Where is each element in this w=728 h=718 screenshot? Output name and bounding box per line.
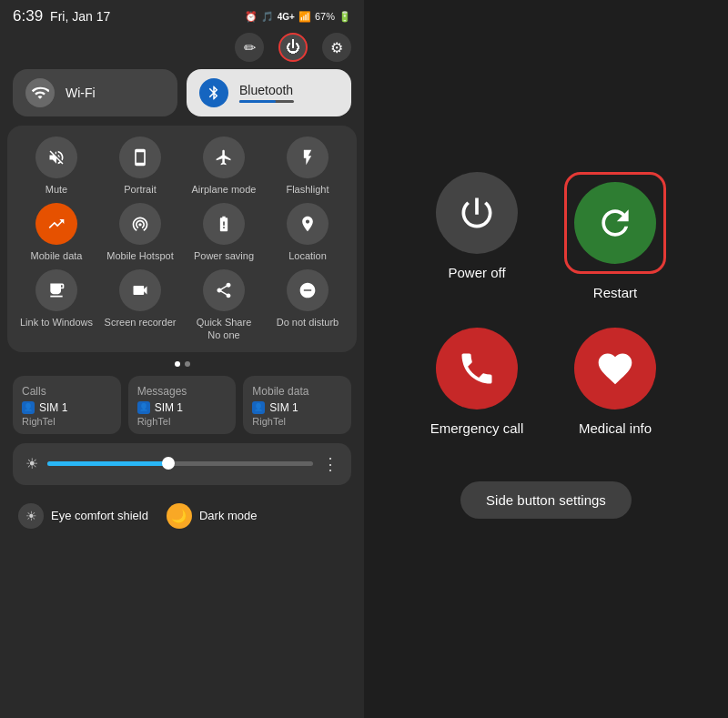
medical-info-item[interactable]: Medical info (564, 328, 666, 436)
brightness-thumb (162, 457, 175, 470)
messages-sim-detail: 👤 SIM 1 (137, 401, 228, 414)
eye-comfort-toggle[interactable]: ☀ Eye comfort shield (18, 503, 148, 529)
sim-row: Calls 👤 SIM 1 RighTel Messages 👤 SIM 1 R… (0, 376, 364, 443)
emergency-call-label: Emergency call (430, 420, 524, 436)
mobile-data-icon (35, 203, 77, 245)
emergency-call-item[interactable]: Emergency call (426, 328, 528, 436)
airplane-icon (203, 137, 245, 178)
status-bar: 6:39 Fri, Jan 17 ⏰ 🎵 4G+ 📶 67% 🔋 (0, 0, 364, 29)
airplane-label: Airplane mode (192, 184, 257, 196)
dnd-icon (287, 269, 329, 311)
calls-carrier: RighTel (22, 416, 112, 427)
restart-label: Restart (593, 285, 637, 300)
power-off-item[interactable]: Power off (426, 172, 528, 300)
messages-sim-icon: 👤 (137, 401, 150, 414)
display-row: ☀ Eye comfort shield 🌙 Dark mode (0, 494, 364, 538)
medical-info-icon (574, 328, 656, 410)
brightness-icon: ☀ (25, 455, 38, 472)
status-time: 6:39 (13, 7, 43, 25)
bluetooth-tile[interactable]: Bluetooth (187, 69, 351, 116)
right-panel: Power off Restart Emergency call (364, 0, 728, 718)
gear-button[interactable]: ⚙ (322, 33, 351, 62)
eye-comfort-label: Eye comfort shield (51, 509, 148, 522)
mute-icon (35, 137, 77, 178)
messages-label: Messages (137, 385, 228, 398)
power-off-label: Power off (448, 265, 505, 280)
flashlight-icon (287, 137, 329, 178)
screen-recorder-icon (119, 269, 161, 311)
mobile-data-sim-detail: 👤 SIM 1 (252, 401, 342, 414)
mobile-data-label: Mobile data (31, 250, 83, 262)
grid-tile-hotspot[interactable]: Mobile Hotspot (102, 203, 178, 262)
quick-top-row: Wi-Fi Bluetooth (0, 69, 364, 126)
brightness-fill (47, 461, 167, 466)
brightness-menu-icon[interactable]: ⋮ (322, 454, 339, 474)
calls-sim-card[interactable]: Calls 👤 SIM 1 RighTel (13, 376, 121, 434)
restart-icon (574, 182, 656, 264)
location-label: Location (288, 250, 327, 262)
dot-1 (175, 361, 180, 367)
grid-tile-dnd[interactable]: Do not disturb (269, 269, 346, 340)
messages-carrier: RighTel (137, 416, 228, 427)
portrait-icon (119, 137, 161, 178)
hotspot-icon (119, 203, 161, 245)
portrait-label: Portrait (124, 184, 156, 196)
grid-tile-link-windows[interactable]: Link to Windows (18, 269, 95, 340)
restart-item[interactable]: Restart (564, 172, 666, 300)
side-button-settings-button[interactable]: Side button settings (460, 481, 632, 519)
link-windows-icon (35, 269, 77, 311)
dark-mode-toggle[interactable]: 🌙 Dark mode (167, 503, 258, 529)
grid-tile-power-saving[interactable]: Power saving (186, 203, 262, 262)
brightness-section: ☀ ⋮ (13, 443, 351, 485)
bluetooth-icon (199, 78, 228, 107)
wifi-tile[interactable]: Wi-Fi (13, 69, 177, 116)
quick-share-icon (203, 269, 245, 311)
status-icons: ⏰ 🎵 4G+ 📶 67% 🔋 (245, 11, 351, 23)
status-date: Fri, Jan 17 (50, 9, 110, 24)
grid-tile-flashlight[interactable]: Flashlight (269, 137, 346, 196)
calls-sim-detail: 👤 SIM 1 (22, 401, 112, 414)
hotspot-label: Mobile Hotspot (106, 250, 173, 262)
calls-sim-name: SIM 1 (39, 401, 67, 414)
flashlight-label: Flashlight (286, 184, 329, 196)
wifi-icon (25, 78, 55, 107)
messages-sim-name: SIM 1 (155, 401, 183, 414)
pencil-button[interactable]: ✏ (235, 33, 264, 62)
medical-info-label: Medical info (579, 420, 652, 436)
grid-tile-portrait[interactable]: Portrait (102, 137, 178, 196)
brightness-row: ☀ ⋮ (25, 454, 339, 474)
power-off-icon (436, 172, 518, 254)
top-controls: ✏ ⏻ ⚙ (0, 29, 364, 69)
wifi-label: Wi-Fi (66, 86, 96, 100)
power-saving-icon (203, 203, 245, 245)
brightness-slider[interactable] (47, 461, 313, 466)
mobile-data-carrier: RighTel (252, 416, 342, 427)
screen-recorder-label: Screen recorder (105, 317, 177, 329)
power-grid: Power off Restart Emergency call (426, 172, 666, 436)
grid-tile-mute[interactable]: Mute (18, 137, 95, 196)
grid-tile-quick-share[interactable]: Quick ShareNo one (186, 269, 262, 340)
calls-sim-icon: 👤 (22, 401, 35, 414)
mobile-data-sim-name: SIM 1 (269, 401, 298, 414)
pagination-dots (0, 361, 364, 367)
grid-tile-airplane[interactable]: Airplane mode (186, 137, 262, 196)
dot-2 (185, 361, 190, 367)
quick-share-label: Quick ShareNo one (197, 317, 252, 340)
dark-mode-label: Dark mode (199, 509, 258, 522)
power-button[interactable]: ⏻ (278, 33, 308, 62)
dnd-label: Do not disturb (277, 317, 339, 329)
link-windows-label: Link to Windows (20, 317, 93, 329)
emergency-call-icon (436, 328, 518, 410)
mobile-data-label: Mobile data (252, 385, 342, 398)
messages-sim-card[interactable]: Messages 👤 SIM 1 RighTel (128, 376, 237, 434)
power-saving-label: Power saving (194, 250, 254, 262)
mute-label: Mute (46, 184, 67, 196)
grid-tile-screen-recorder[interactable]: Screen recorder (102, 269, 178, 340)
left-panel: 6:39 Fri, Jan 17 ⏰ 🎵 4G+ 📶 67% 🔋 ✏ ⏻ ⚙ W… (0, 0, 364, 718)
bluetooth-label: Bluetooth (239, 83, 294, 97)
grid-tile-mobile-data[interactable]: Mobile data (18, 203, 95, 262)
dark-mode-icon: 🌙 (167, 503, 192, 529)
mobile-data-sim-card[interactable]: Mobile data 👤 SIM 1 RighTel (243, 376, 351, 434)
grid-tile-location[interactable]: Location (269, 203, 346, 262)
quick-grid: Mute Portrait Airplane mode Flashlight (7, 126, 357, 352)
